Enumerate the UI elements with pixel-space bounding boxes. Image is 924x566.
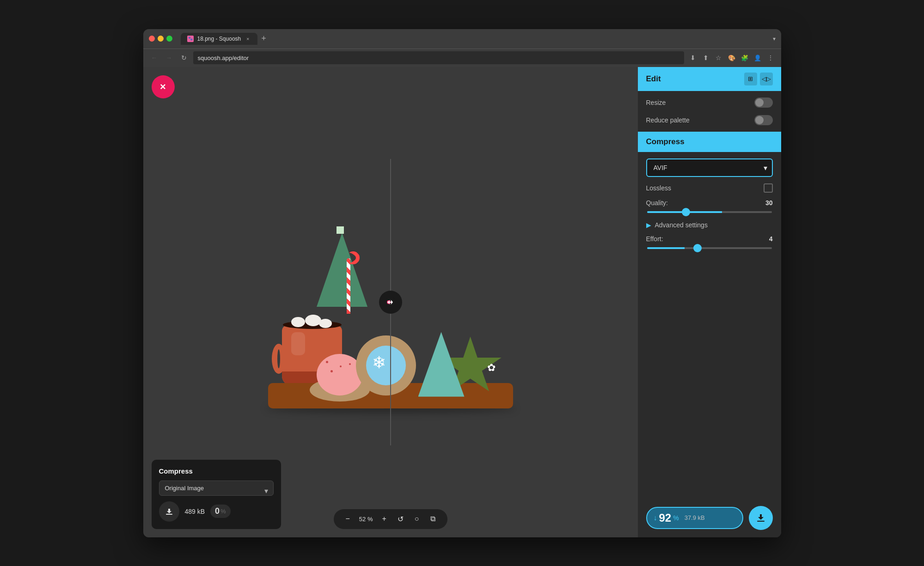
zoom-value: 52 % <box>357 516 375 523</box>
edit-section-content: Resize Reduce palette <box>638 91 781 132</box>
marshmallow-1 <box>291 317 305 327</box>
browser-window: 🐾 18.png - Squoosh × + ▾ ← → ↻ ⬇ ⬆ ☆ 🎨 🧩… <box>143 29 781 537</box>
download-button-left[interactable] <box>159 501 179 522</box>
panel-flex-spacer <box>638 257 781 499</box>
edit-section-header: Edit ⊞ ◁▷ <box>638 67 781 91</box>
resize-row: Resize <box>646 97 773 108</box>
chevron-right-icon: ▶ <box>646 221 651 229</box>
quality-value: 30 <box>765 199 773 207</box>
app-area: × <box>143 67 781 537</box>
maximize-traffic-light[interactable] <box>166 36 172 42</box>
hat-tip <box>337 226 344 234</box>
marshmallow-3 <box>319 319 332 328</box>
star-icing: ✿ <box>487 362 496 374</box>
reduce-palette-label: Reduce palette <box>646 116 690 124</box>
browser-tabs: 🐾 18.png - Squoosh × + <box>181 33 270 45</box>
compress-title: Compress <box>646 137 685 146</box>
quality-slider[interactable] <box>647 211 772 213</box>
effort-row: Effort: 4 <box>646 235 773 243</box>
left-compress-panel: Compress Original Image AVIF WebP MozJPE… <box>152 460 281 529</box>
effort-section: Effort: 4 <box>646 235 773 251</box>
traffic-lights <box>149 36 172 42</box>
compress-section-header: Compress <box>638 132 781 152</box>
compression-arrow-icon: ↓ <box>654 514 657 522</box>
profile-icon[interactable]: 👤 <box>753 53 763 63</box>
effort-slider[interactable] <box>647 247 772 249</box>
zoom-in-button[interactable]: + <box>378 513 390 525</box>
minimize-traffic-light[interactable] <box>158 36 164 42</box>
compression-pct: 92 <box>659 511 672 524</box>
right-panel: Edit ⊞ ◁▷ Resize Reduce palette <box>638 67 781 537</box>
nav-icons: ⬇ ⬆ ☆ 🎨 🧩 👤 ⋮ <box>688 53 776 63</box>
tab-dropdown[interactable]: ▾ <box>773 36 776 42</box>
resize-toggle[interactable] <box>754 97 773 108</box>
compression-sym: % <box>673 514 679 522</box>
close-traffic-light[interactable] <box>149 36 155 42</box>
menu-icon[interactable]: ⋮ <box>765 53 776 63</box>
refresh-button[interactable]: ↻ <box>178 52 190 63</box>
mug-highlight <box>291 332 305 355</box>
compression-badge: ↓ 92 % 37.9 kB <box>646 507 743 529</box>
pct-sym-left: % <box>220 508 226 515</box>
extension-icon-2[interactable]: 🧩 <box>740 53 750 63</box>
edit-header-icons: ⊞ ◁▷ <box>744 73 773 85</box>
active-tab[interactable]: 🐾 18.png - Squoosh × <box>181 33 258 45</box>
edit-title: Edit <box>646 74 661 84</box>
left-format-select[interactable]: Original Image AVIF WebP MozJPEG PNG <box>159 481 274 496</box>
image-container: ❄ ✿ <box>143 67 638 537</box>
effort-slider-container <box>646 243 773 251</box>
code-icon[interactable]: ⊞ <box>744 73 757 85</box>
pink-cookie <box>317 354 363 396</box>
bottom-toolbar: − 52 % + ↺ ○ ⧉ <box>334 509 447 529</box>
pct-num-left: 0 <box>215 506 220 516</box>
extension-icon-1[interactable]: 🎨 <box>727 53 737 63</box>
zoom-out-button[interactable]: − <box>342 513 354 525</box>
effort-label: Effort: <box>646 235 663 243</box>
quality-slider-container <box>646 207 773 215</box>
quality-label: Quality: <box>646 199 668 207</box>
svg-rect-5 <box>757 521 765 522</box>
download-page-icon[interactable]: ⬇ <box>688 53 698 63</box>
illustration-scene: ❄ ✿ <box>240 159 541 445</box>
right-panel-footer: ↓ 92 % 37.9 kB <box>638 499 781 537</box>
resize-label: Resize <box>646 99 666 106</box>
lossless-row: Lossless <box>646 183 773 193</box>
forward-button[interactable]: → <box>164 52 175 63</box>
format-select-wrapper: AVIF WebP MozJPEG PNG OxiPNG <box>646 158 773 177</box>
advanced-settings-row[interactable]: ▶ Advanced settings <box>646 221 773 229</box>
svg-rect-4 <box>166 514 172 515</box>
share-icon[interactable]: ⬆ <box>701 53 711 63</box>
tab-title: 18.png - Squoosh <box>197 36 241 42</box>
left-panel-footer: 489 kB 0 % <box>159 501 274 522</box>
snowflake-symbol: ❄ <box>372 353 386 372</box>
lossless-label: Lossless <box>646 184 671 192</box>
download-button-right[interactable] <box>749 506 773 530</box>
left-format-select-wrapper: Original Image AVIF WebP MozJPEG PNG <box>159 481 274 501</box>
output-file-size: 37.9 kB <box>685 514 705 521</box>
crop-button[interactable]: ⧉ <box>427 513 439 525</box>
quality-section: Quality: 30 <box>646 199 773 215</box>
format-select[interactable]: AVIF WebP MozJPEG PNG OxiPNG <box>646 158 773 177</box>
rotate-button[interactable]: ↺ <box>394 513 407 525</box>
candy-cane <box>347 258 350 314</box>
address-bar[interactable] <box>193 51 684 64</box>
new-tab-button[interactable]: + <box>257 34 270 43</box>
advanced-settings-label: Advanced settings <box>655 221 708 229</box>
browser-navbar: ← → ↻ ⬇ ⬆ ☆ 🎨 🧩 👤 ⋮ <box>143 49 781 67</box>
canvas-area[interactable]: ❄ ✿ <box>143 67 638 537</box>
arrows-icon[interactable]: ◁▷ <box>760 73 773 85</box>
lossless-checkbox[interactable] <box>764 183 773 193</box>
quality-row: Quality: 30 <box>646 199 773 207</box>
reduce-palette-row: Reduce palette <box>646 115 773 125</box>
close-button[interactable]: × <box>152 75 175 98</box>
bookmark-icon[interactable]: ☆ <box>714 53 724 63</box>
compress-section-content: AVIF WebP MozJPEG PNG OxiPNG Lossless Qu… <box>638 152 781 257</box>
christmas-hat <box>317 233 367 307</box>
tab-close-btn[interactable]: × <box>245 36 251 42</box>
back-button[interactable]: ← <box>149 52 160 63</box>
file-size-left: 489 kB <box>185 508 205 515</box>
circle-button[interactable]: ○ <box>411 513 423 525</box>
pct-badge-left: 0 % <box>210 505 231 518</box>
drag-handle[interactable] <box>379 291 402 314</box>
reduce-palette-toggle[interactable] <box>754 115 773 125</box>
